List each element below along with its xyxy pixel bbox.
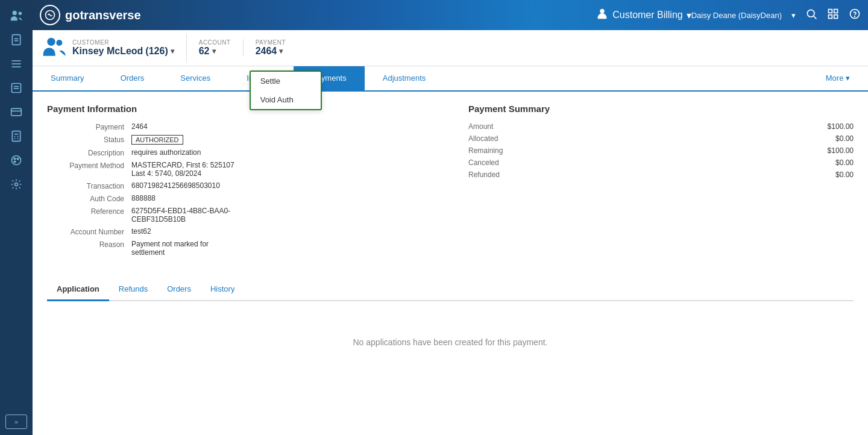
info-label-payment: Payment (47, 122, 131, 131)
sidebar-item-list[interactable] (5, 53, 27, 75)
status-badge: AUTHORIZED (131, 135, 183, 145)
account-label: ACCOUNT (199, 39, 231, 46)
svg-point-35 (56, 40, 62, 46)
user-name[interactable]: Daisy Deane (DaisyDean) (691, 11, 782, 20)
info-row-transaction: Transaction 6807198241256698503010 (47, 181, 432, 190)
logo-text: gotransverse (65, 8, 141, 22)
payment-info-title: Payment Information (47, 104, 432, 114)
info-value-description: requires authorization (131, 148, 201, 157)
svg-rect-11 (11, 108, 22, 116)
sidebar-item-users[interactable] (5, 5, 27, 27)
sidebar-item-calc[interactable] (5, 125, 27, 147)
sub-tab-application[interactable]: Application (47, 278, 109, 301)
summary-label-refunded: Refunded (468, 171, 500, 179)
nav-tabs: Summary Orders Services Invoices Payment… (33, 66, 868, 92)
info-row-auth-code: Auth Code 888888 (47, 194, 432, 203)
payment-number[interactable]: 2464 ▾ (256, 46, 286, 57)
customer-dropdown-arrow[interactable]: ▾ (171, 47, 174, 55)
summary-label-remaining: Remaining (468, 146, 503, 155)
summary-value-allocated: $0.00 (835, 134, 854, 143)
customer-icon-area: CUSTOMER Kinsey McLeod (126) ▾ (42, 34, 187, 63)
payment-summary-section: Payment Summary Amount $100.00 Allocated… (468, 104, 854, 260)
sub-tabs: Application Refunds Orders History (47, 278, 854, 301)
svg-point-20 (14, 158, 16, 160)
svg-rect-31 (834, 14, 838, 18)
grid-icon[interactable] (827, 8, 839, 23)
tab-orders[interactable]: Orders (102, 66, 163, 92)
info-value-payment: 2464 (131, 122, 148, 131)
svg-point-21 (17, 158, 19, 160)
summary-row-amount: Amount $100.00 (468, 122, 854, 131)
void-auth-menu-item[interactable]: Void Auth (251, 90, 321, 109)
center-nav[interactable]: Customer Billing ▾ (596, 7, 691, 23)
info-label-reference: Reference (47, 207, 131, 216)
svg-point-19 (12, 156, 21, 165)
content-area: Payment Information Payment 2464 Status … (33, 92, 868, 435)
payment-label: PAYMENT (256, 39, 286, 46)
tab-services[interactable]: Services (162, 66, 228, 92)
svg-rect-29 (834, 9, 838, 13)
svg-rect-13 (12, 131, 20, 142)
top-header: gotransverse Customer Billing ▾ Daisy De… (33, 0, 868, 30)
payment-info-section: Payment Information Payment 2464 Status … (47, 104, 432, 260)
help-icon[interactable] (849, 8, 861, 23)
sub-tab-refunds[interactable]: Refunds (109, 278, 157, 301)
tab-adjustments[interactable]: Adjustments (365, 66, 444, 92)
svg-rect-2 (12, 35, 20, 45)
info-row-payment-method: Payment Method MASTERCARD, First 6: 5251… (47, 161, 432, 178)
info-row-reference: Reference 6275D5F4-EBD1-4B8C-BAA0-CEBF31… (47, 207, 432, 224)
settle-menu-item[interactable]: Settle (251, 72, 321, 90)
payment-summary-title: Payment Summary (468, 104, 854, 114)
info-row-account-number: Account Number test62 (47, 227, 432, 236)
info-label-transaction: Transaction (47, 181, 131, 190)
account-area: ACCOUNT 62 ▾ (187, 39, 244, 57)
svg-point-25 (600, 8, 605, 13)
info-value-transaction: 6807198241256698503010 (131, 181, 220, 190)
tab-more[interactable]: More ▾ (808, 66, 868, 92)
summary-row-refunded: Refunded $0.00 (468, 171, 854, 179)
summary-value-remaining: $100.00 (828, 146, 854, 155)
info-label-status: Status (47, 135, 131, 144)
user-dropdown-arrow[interactable]: ▾ (791, 11, 796, 20)
svg-rect-28 (829, 9, 832, 13)
account-number[interactable]: 62 ▾ (199, 46, 231, 57)
info-value-reason: Payment not marked forsettlement (131, 240, 209, 257)
empty-message: No applications have been created for th… (47, 313, 854, 371)
sidebar-item-card[interactable] (5, 101, 27, 123)
info-value-reference: 6275D5F4-EBD1-4B8C-BAA0-CEBF31D5B10B (131, 207, 230, 224)
info-row-reason: Reason Payment not marked forsettlement (47, 240, 432, 257)
sub-tab-history[interactable]: History (201, 278, 244, 301)
sidebar-item-note[interactable] (5, 77, 27, 99)
info-label-payment-method: Payment Method (47, 161, 131, 170)
info-value-status: AUTHORIZED (131, 135, 183, 145)
account-dropdown-arrow[interactable]: ▾ (212, 47, 216, 55)
tab-summary[interactable]: Summary (33, 66, 102, 92)
sidebar-item-settings[interactable] (5, 174, 27, 195)
center-nav-arrow: ▾ (687, 10, 691, 21)
customer-name[interactable]: Kinsey McLeod (126) ▾ (72, 46, 174, 57)
svg-point-1 (19, 12, 22, 15)
svg-point-33 (855, 16, 855, 16)
info-label-account-number: Account Number (47, 227, 131, 236)
payment-dropdown-menu: Settle Void Auth (250, 70, 322, 110)
info-value-account-number: test62 (131, 227, 151, 236)
sidebar-item-palette[interactable] (5, 149, 27, 171)
svg-point-26 (807, 10, 814, 17)
summary-row-canceled: Canceled $0.00 (468, 158, 854, 167)
search-icon[interactable] (805, 8, 817, 23)
info-value-auth-code: 888888 (131, 194, 156, 202)
sidebar-expand-button[interactable]: » (5, 415, 27, 429)
svg-point-23 (15, 183, 18, 186)
svg-point-34 (47, 37, 55, 45)
summary-row-allocated: Allocated $0.00 (468, 134, 854, 143)
customer-avatar-icon (42, 34, 66, 63)
sidebar-expand-area: » (5, 415, 27, 429)
payment-dropdown-arrow[interactable]: ▾ (279, 47, 283, 55)
info-value-payment-method: MASTERCARD, First 6: 525107 Last 4: 5740… (131, 161, 234, 178)
logo-icon (40, 5, 60, 25)
info-row-status: Status AUTHORIZED (47, 135, 432, 145)
info-row-payment: Payment 2464 (47, 122, 432, 131)
sub-tab-orders[interactable]: Orders (157, 278, 201, 301)
sidebar-item-document[interactable] (5, 29, 27, 51)
customer-bar: CUSTOMER Kinsey McLeod (126) ▾ ACCOUNT 6… (33, 30, 868, 66)
